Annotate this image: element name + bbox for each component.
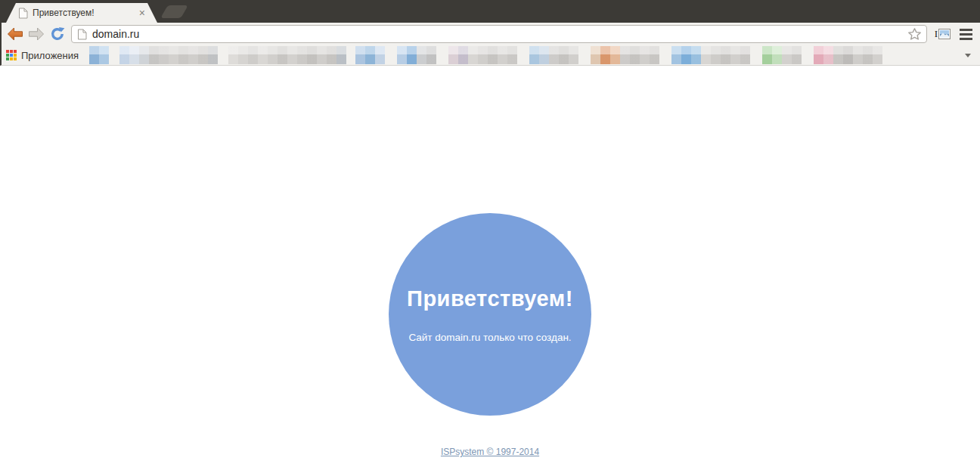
blurred-bookmark-cell — [701, 46, 711, 64]
apps-grid-square — [10, 50, 13, 53]
blurred-bookmark-cell — [591, 46, 600, 64]
blurred-bookmark[interactable] — [814, 46, 882, 64]
blurred-bookmark-cell — [671, 46, 681, 64]
blurred-bookmark-cell — [863, 46, 873, 64]
blurred-bookmark[interactable] — [89, 46, 109, 64]
blurred-bookmark-cell — [287, 46, 297, 64]
apps-grid-square — [14, 50, 17, 53]
blurred-bookmark-cell — [569, 46, 578, 64]
blurred-bookmark-cell — [843, 46, 853, 64]
blurred-bookmark-cell — [478, 46, 488, 64]
blurred-bookmark-cell — [238, 46, 248, 64]
apps-grid-square — [10, 57, 13, 60]
blurred-bookmark-cell — [782, 46, 792, 64]
blurred-bookmark-cell — [740, 46, 750, 64]
blurred-bookmark-cell — [149, 46, 159, 64]
blurred-bookmark[interactable] — [529, 46, 578, 64]
blurred-bookmark-cell — [488, 46, 498, 64]
blurred-bookmark-cell — [228, 46, 238, 64]
blurred-bookmark-cell — [620, 46, 630, 64]
blurred-bookmark-cell — [640, 46, 650, 64]
reload-icon — [50, 26, 65, 42]
apps-grid-square — [10, 54, 13, 57]
blurred-bookmark-cell — [208, 46, 218, 64]
blurred-bookmark-cell — [458, 46, 468, 64]
page-favicon-icon — [18, 8, 28, 19]
blurred-bookmark-cell — [468, 46, 478, 64]
tab-close-icon[interactable]: × — [139, 8, 145, 18]
blurred-bookmark-cell — [681, 46, 691, 64]
blurred-bookmark[interactable] — [355, 46, 385, 64]
blurred-bookmark-cell — [833, 46, 843, 64]
bookmark-star-icon[interactable] — [907, 27, 922, 41]
apps-label: Приложения — [21, 50, 79, 61]
overflow-chevron-icon[interactable] — [965, 54, 971, 57]
blurred-bookmark-cell — [417, 46, 426, 64]
apps-grid-square — [6, 50, 9, 53]
blurred-bookmark[interactable] — [671, 46, 750, 64]
blurred-bookmark-cell — [178, 46, 188, 64]
welcome-subtitle: Сайт domain.ru только что создан. — [408, 332, 571, 343]
blurred-bookmark-cell — [297, 46, 307, 64]
blurred-bookmark-cell — [119, 46, 129, 64]
blurred-bookmark-cell — [610, 46, 620, 64]
blurred-bookmark-cell — [529, 46, 539, 64]
blurred-bookmark-cell — [258, 46, 268, 64]
blurred-bookmark-cell — [711, 46, 721, 64]
blurred-bookmark-cell — [159, 46, 169, 64]
menu-button[interactable] — [958, 26, 974, 43]
apps-shortcut[interactable]: Приложения — [6, 50, 79, 61]
blurred-bookmark-cell — [248, 46, 258, 64]
extension-button[interactable]: I — [935, 28, 951, 40]
blurred-bookmark-cell — [99, 46, 109, 64]
blurred-bookmark-cell — [772, 46, 782, 64]
apps-grid-square — [14, 57, 17, 60]
tab-title: Приветствуем! — [33, 8, 135, 18]
blurred-bookmark-cell — [498, 46, 507, 64]
blurred-bookmark-cell — [188, 46, 198, 64]
blurred-bookmark[interactable] — [591, 46, 659, 64]
reload-button[interactable] — [47, 24, 68, 44]
url-text[interactable]: domain.ru — [92, 28, 907, 40]
blurred-bookmark-cell — [823, 46, 833, 64]
blurred-bookmark[interactable] — [448, 46, 517, 64]
bookmark-blur-strip — [88, 45, 959, 65]
blurred-bookmark-cell — [630, 46, 640, 64]
blurred-bookmark-cell — [549, 46, 559, 64]
blurred-bookmark-cell — [375, 46, 385, 64]
blurred-bookmark-cell — [317, 46, 327, 64]
welcome-heading: Приветствуем! — [407, 286, 573, 311]
blurred-bookmark-cell — [448, 46, 458, 64]
blurred-bookmark-cell — [278, 46, 287, 64]
blurred-bookmark-cell — [327, 46, 336, 64]
blurred-bookmark[interactable] — [762, 46, 802, 64]
blurred-bookmark[interactable] — [119, 46, 218, 64]
blurred-bookmark-cell — [407, 46, 417, 64]
blurred-bookmark-cell — [539, 46, 549, 64]
forward-arrow-icon — [28, 27, 45, 41]
bookmarks-bar: Приложения — [0, 45, 980, 66]
new-tab-button[interactable] — [160, 5, 188, 18]
blurred-bookmark-cell — [600, 46, 610, 64]
back-button[interactable] — [5, 24, 26, 44]
apps-grid-square — [6, 54, 9, 57]
blurred-bookmark-cell — [268, 46, 278, 64]
blurred-bookmark-cell — [792, 46, 802, 64]
active-tab[interactable]: Приветствуем! × — [6, 3, 157, 23]
address-bar[interactable]: domain.ru — [71, 25, 927, 43]
blurred-bookmark[interactable] — [228, 46, 346, 64]
footer-link[interactable]: ISPsystem © 1997-2014 — [441, 447, 539, 457]
forward-button[interactable] — [26, 24, 47, 44]
browser-window: Приветствуем! × — [0, 0, 980, 466]
blurred-bookmark-cell — [426, 46, 436, 64]
blurred-bookmark-cell — [139, 46, 149, 64]
blurred-bookmark-cell — [650, 46, 659, 64]
ibeam-cursor-icon: I — [935, 28, 938, 40]
blurred-bookmark-cell — [129, 46, 139, 64]
blurred-bookmark-cell — [336, 46, 346, 64]
navigation-toolbar: domain.ru I — [0, 23, 980, 45]
blurred-bookmark-cell — [873, 46, 882, 64]
blurred-bookmark-cell — [814, 46, 823, 64]
blurred-bookmark[interactable] — [397, 46, 436, 64]
blurred-bookmark-cell — [355, 46, 365, 64]
